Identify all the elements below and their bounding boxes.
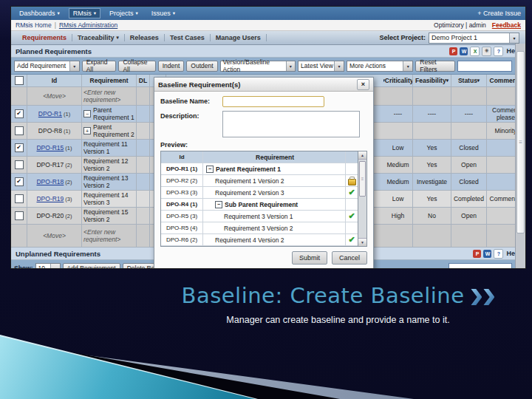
header-status[interactable]: Status▾ — [451, 75, 487, 86]
requirement-id-link[interactable]: DPO-R19 — [36, 195, 64, 202]
row-checkbox[interactable] — [15, 143, 24, 152]
row-checkbox[interactable] — [15, 177, 24, 186]
tree-toggle[interactable]: − — [215, 201, 222, 208]
module-tab[interactable]: Releases ▾ — [125, 34, 165, 41]
rmsis-app-window: Dashboards ▾ RMsis ▾ Projects ▾ Iss — [10, 6, 526, 269]
select-all-checkbox[interactable] — [15, 76, 24, 85]
create-issue-button[interactable]: + Create Issue — [477, 10, 521, 17]
preview-row[interactable]: DPO-R6 (2) Requirement 4 Version 2 — [161, 234, 358, 246]
export-word-icon[interactable]: W — [483, 250, 491, 258]
scroll-up-icon[interactable]: ▲ — [358, 151, 366, 160]
row-checkbox[interactable] — [15, 109, 24, 118]
scroll-down-icon[interactable]: ▼ — [358, 238, 366, 246]
tree-toggle[interactable]: − — [83, 110, 91, 117]
requirement-cell[interactable]: <Enter new requirement> — [82, 225, 137, 247]
toolbar-control[interactable]: Show: — [14, 263, 33, 270]
preview-row[interactable]: DPO-R5 (3) Requirement 3 Version 1 — [161, 211, 358, 222]
requirement-cell[interactable]: Requirement 14 Version 3 — [82, 191, 137, 207]
requirement-cell[interactable]: Requirement 15 Version 2 — [82, 208, 137, 224]
jira-menu-item[interactable]: Issues ▾ — [148, 9, 179, 18]
link-rmsis-administration[interactable]: RMsis Administration — [59, 21, 117, 29]
toolbar-control[interactable]: Add Requirement — [14, 61, 80, 72]
preview-id: DPO-R1 (1) — [161, 163, 203, 174]
scrollbar-thumb[interactable]: ≡ — [359, 161, 366, 197]
toolbar-control[interactable]: Indent — [158, 61, 185, 72]
toolbar-control[interactable]: Outdent — [186, 61, 217, 72]
toolbar-control[interactable]: 10 — [35, 263, 61, 270]
preview-row[interactable]: DPO-R4 (1) − Sub Parent Requirement — [161, 199, 358, 211]
requirement-id-link[interactable]: DPO-R20 — [36, 212, 64, 219]
header-checkbox-cell[interactable] — [11, 75, 27, 86]
module-tab[interactable]: Traceability ▾ — [72, 34, 125, 41]
toolbar-control[interactable] — [449, 263, 512, 270]
module-tab[interactable]: Test Cases ▾ — [165, 34, 211, 41]
toolbar-control[interactable]: More Actions — [347, 61, 413, 72]
header-dl[interactable]: DL — [137, 75, 150, 86]
tab-label: Releases — [130, 34, 159, 41]
toolbar-control[interactable] — [457, 61, 512, 72]
help-icon[interactable]: ? — [494, 249, 503, 259]
tree-toggle[interactable]: − — [206, 166, 214, 173]
preview-row[interactable]: DPO-R2 (2) Requirement 1 Version 2 — [161, 175, 358, 187]
feedback-link[interactable]: Feedback — [492, 21, 521, 29]
header-requirement[interactable]: Requirement — [82, 75, 137, 86]
row-checkbox[interactable] — [15, 160, 24, 169]
help-icon[interactable]: ? — [494, 47, 503, 56]
requirement-cell[interactable]: + Parent Requirement 2 — [82, 123, 137, 139]
header-criticality[interactable]: Criticality▾ — [383, 75, 413, 86]
project-select[interactable]: Demo Project 1 ▾ — [429, 33, 519, 44]
jira-menu-item[interactable]: RMsis ▾ — [69, 9, 100, 18]
close-icon[interactable]: × — [357, 79, 369, 90]
jira-menu-item[interactable]: Projects ▾ — [106, 9, 142, 18]
description-textarea[interactable] — [222, 111, 360, 137]
preview-icon-cell — [345, 163, 358, 174]
row-checkbox[interactable] — [15, 126, 24, 135]
requirement-cell[interactable]: Requirement 11 Version 1 — [82, 140, 137, 156]
requirement-id-link[interactable]: DPO-R15 — [36, 144, 64, 151]
export-pdf-icon[interactable]: P — [449, 47, 457, 55]
export-pdf-icon[interactable]: P — [473, 250, 481, 258]
requirement-cell[interactable]: Requirement 12 Version 2 — [82, 157, 137, 173]
toolbar-control[interactable]: Collapse All — [118, 61, 155, 72]
header-id[interactable]: Id — [27, 75, 82, 86]
toolbar-control[interactable]: Reset Filters — [415, 61, 454, 72]
preview-scrollbar[interactable]: ▲ ≡ ▼ — [358, 151, 367, 247]
submit-button[interactable]: Submit — [292, 251, 327, 265]
toolbar-control[interactable]: Latest View — [298, 61, 344, 72]
requirement-id-link[interactable]: DPO-R8 — [38, 127, 62, 134]
chevron-down-icon: ▾ — [383, 78, 385, 83]
tree-toggle[interactable]: + — [83, 127, 91, 134]
jira-menu-label: Dashboards — [19, 10, 55, 17]
export-excel-icon[interactable]: X — [470, 47, 480, 56]
dl-cell — [137, 123, 150, 139]
requirement-cell[interactable]: − Parent Requirement 1 — [82, 106, 137, 122]
cancel-button[interactable]: Cancel — [332, 251, 367, 265]
baseline-name-input[interactable] — [222, 96, 324, 107]
settings-icon[interactable]: ✳ — [482, 47, 491, 56]
requirement-id-link[interactable]: DPO-R17 — [36, 161, 64, 168]
jira-menu-item[interactable]: Dashboards ▾ — [16, 9, 64, 18]
requirement-id-link[interactable]: DPO-R1 — [38, 110, 62, 117]
app-vertical-scrollbar[interactable] — [515, 44, 525, 268]
row-checkbox[interactable] — [15, 194, 24, 203]
scrollbar-thumb[interactable] — [516, 51, 525, 233]
toolbar-control[interactable]: Version/Baseline Action — [220, 61, 296, 72]
toolbar-control[interactable]: Expand All — [82, 61, 117, 72]
toolbar-control[interactable]: Add Requirement — [63, 263, 120, 270]
checkbox-cell — [11, 191, 27, 207]
module-tab[interactable]: Manage Users ▾ — [211, 34, 267, 41]
preview-row[interactable]: DPO-R1 (1) − Parent Requirement 1 — [161, 163, 358, 175]
preview-row[interactable]: DPO-R3 (3) Requirement 2 Version 3 — [161, 187, 358, 199]
export-word-icon[interactable]: W — [460, 47, 468, 55]
module-tab[interactable]: Requirements ▾ — [17, 34, 72, 41]
feasibility-cell: Yes — [413, 157, 451, 173]
requirement-cell[interactable]: Requirement 13 Version 2 — [82, 174, 137, 190]
preview-row[interactable]: DPO-R5 (4) Requirement 3 Version 2 — [161, 222, 358, 234]
header-feasibility[interactable]: Feasibility▾ — [413, 75, 451, 86]
link-rmsis-home[interactable]: RMsis Home — [16, 21, 52, 29]
id-cell: DPO-R1 (1) — [27, 106, 82, 122]
requirement-cell[interactable]: <Enter new requirement> — [82, 87, 137, 105]
description-label: Description: — [160, 111, 222, 137]
row-checkbox[interactable] — [15, 211, 24, 220]
requirement-id-link[interactable]: DPO-R18 — [36, 178, 64, 185]
